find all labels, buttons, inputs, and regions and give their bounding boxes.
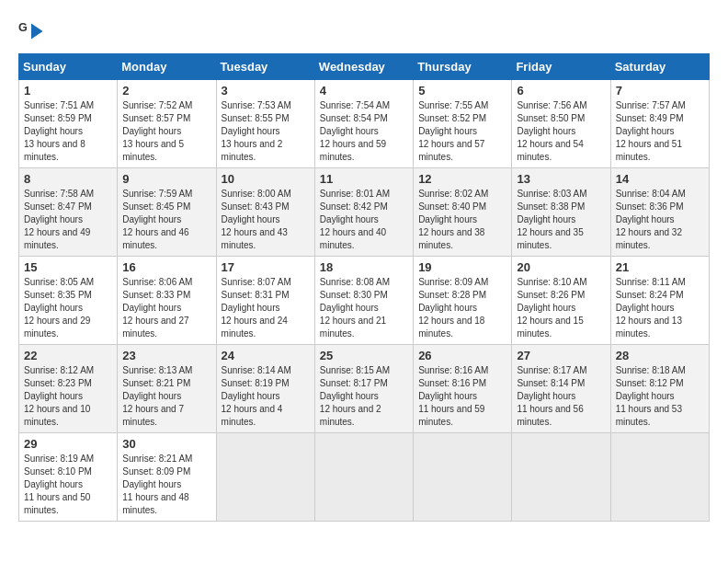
day-number: 1 [24,84,112,98]
header-thursday: Thursday [414,54,512,80]
day-info: Sunrise: 8:11 AM Sunset: 8:24 PM Dayligh… [616,276,704,340]
day-info: Sunrise: 8:16 AM Sunset: 8:16 PM Dayligh… [418,364,506,429]
calendar-cell: 11 Sunrise: 8:01 AM Sunset: 8:42 PM Dayl… [314,168,413,257]
calendar-cell [216,433,314,522]
day-info: Sunrise: 8:05 AM Sunset: 8:35 PM Dayligh… [24,276,112,340]
calendar-table: SundayMondayTuesdayWednesdayThursdayFrid… [18,53,710,522]
logo-icon: G [18,18,44,44]
calendar-cell: 7 Sunrise: 7:57 AM Sunset: 8:49 PM Dayli… [610,80,709,168]
day-number: 29 [24,437,112,451]
calendar-cell: 18 Sunrise: 8:08 AM Sunset: 8:30 PM Dayl… [314,257,413,345]
day-info: Sunrise: 8:12 AM Sunset: 8:23 PM Dayligh… [24,364,112,429]
day-info: Sunrise: 7:53 AM Sunset: 8:55 PM Dayligh… [222,99,310,164]
calendar-cell: 23 Sunrise: 8:13 AM Sunset: 8:21 PM Dayl… [118,345,216,433]
day-info: Sunrise: 8:04 AM Sunset: 8:36 PM Dayligh… [616,188,704,252]
day-number: 2 [122,84,210,98]
svg-marker-1 [31,24,43,40]
day-number: 13 [517,172,605,186]
calendar-cell: 10 Sunrise: 8:00 AM Sunset: 8:43 PM Dayl… [216,168,314,257]
day-number: 26 [418,349,506,362]
calendar-cell: 16 Sunrise: 8:06 AM Sunset: 8:33 PM Dayl… [118,257,216,345]
day-number: 5 [418,84,506,98]
day-number: 9 [122,172,210,186]
calendar-cell: 27 Sunrise: 8:17 AM Sunset: 8:14 PM Dayl… [512,345,610,433]
calendar-cell: 6 Sunrise: 7:56 AM Sunset: 8:50 PM Dayli… [512,80,610,168]
calendar-cell: 26 Sunrise: 8:16 AM Sunset: 8:16 PM Dayl… [414,345,512,433]
day-number: 14 [616,172,704,186]
day-info: Sunrise: 8:06 AM Sunset: 8:33 PM Dayligh… [122,276,210,340]
calendar-cell: 9 Sunrise: 7:59 AM Sunset: 8:45 PM Dayli… [118,168,216,257]
calendar-cell [314,433,413,522]
day-info: Sunrise: 8:17 AM Sunset: 8:14 PM Dayligh… [517,364,605,429]
day-info: Sunrise: 8:00 AM Sunset: 8:43 PM Dayligh… [222,188,310,252]
day-info: Sunrise: 8:14 AM Sunset: 8:19 PM Dayligh… [222,364,310,429]
calendar-cell: 14 Sunrise: 8:04 AM Sunset: 8:36 PM Dayl… [610,168,709,257]
day-info: Sunrise: 8:01 AM Sunset: 8:42 PM Dayligh… [320,188,408,252]
calendar-week-2: 8 Sunrise: 7:58 AM Sunset: 8:47 PM Dayli… [19,168,710,257]
calendar-cell: 19 Sunrise: 8:09 AM Sunset: 8:28 PM Dayl… [414,257,512,345]
day-number: 17 [222,260,310,274]
calendar-cell: 21 Sunrise: 8:11 AM Sunset: 8:24 PM Dayl… [610,257,709,345]
calendar-cell [414,433,512,522]
day-info: Sunrise: 8:10 AM Sunset: 8:26 PM Dayligh… [517,276,605,340]
day-number: 30 [122,437,210,451]
header-saturday: Saturday [610,54,709,80]
day-number: 7 [616,84,704,98]
day-number: 28 [616,349,704,362]
calendar-cell: 15 Sunrise: 8:05 AM Sunset: 8:35 PM Dayl… [19,257,118,345]
calendar-cell: 24 Sunrise: 8:14 AM Sunset: 8:19 PM Dayl… [216,345,314,433]
day-info: Sunrise: 8:09 AM Sunset: 8:28 PM Dayligh… [418,276,506,340]
calendar-cell: 5 Sunrise: 7:55 AM Sunset: 8:52 PM Dayli… [414,80,512,168]
header-wednesday: Wednesday [314,54,413,80]
day-info: Sunrise: 8:18 AM Sunset: 8:12 PM Dayligh… [616,364,704,429]
calendar-cell: 12 Sunrise: 8:02 AM Sunset: 8:40 PM Dayl… [414,168,512,257]
calendar-week-4: 22 Sunrise: 8:12 AM Sunset: 8:23 PM Dayl… [19,345,710,433]
calendar-cell [512,433,610,522]
day-number: 20 [517,260,605,274]
calendar-body: 1 Sunrise: 7:51 AM Sunset: 8:59 PM Dayli… [19,80,710,522]
header-monday: Monday [118,54,216,80]
day-info: Sunrise: 7:57 AM Sunset: 8:49 PM Dayligh… [616,99,704,164]
day-number: 6 [517,84,605,98]
day-info: Sunrise: 7:55 AM Sunset: 8:52 PM Dayligh… [418,99,506,164]
calendar-header-row: SundayMondayTuesdayWednesdayThursdayFrid… [19,54,710,80]
day-number: 16 [122,260,210,274]
day-number: 12 [418,172,506,186]
day-info: Sunrise: 7:58 AM Sunset: 8:47 PM Dayligh… [24,188,112,252]
calendar-cell: 29 Sunrise: 8:19 AM Sunset: 8:10 PM Dayl… [19,433,118,522]
calendar-cell: 17 Sunrise: 8:07 AM Sunset: 8:31 PM Dayl… [216,257,314,345]
calendar-cell [610,433,709,522]
day-info: Sunrise: 8:15 AM Sunset: 8:17 PM Dayligh… [320,364,408,429]
day-number: 4 [320,84,408,98]
day-number: 27 [517,349,605,362]
calendar-week-3: 15 Sunrise: 8:05 AM Sunset: 8:35 PM Dayl… [19,257,710,345]
day-number: 3 [222,84,310,98]
day-info: Sunrise: 7:54 AM Sunset: 8:54 PM Dayligh… [320,99,408,164]
header-sunday: Sunday [19,54,118,80]
calendar-week-1: 1 Sunrise: 7:51 AM Sunset: 8:59 PM Dayli… [19,80,710,168]
calendar-cell: 4 Sunrise: 7:54 AM Sunset: 8:54 PM Dayli… [314,80,413,168]
day-info: Sunrise: 7:51 AM Sunset: 8:59 PM Dayligh… [24,99,112,164]
calendar-cell: 20 Sunrise: 8:10 AM Sunset: 8:26 PM Dayl… [512,257,610,345]
page-header: G [18,18,710,44]
day-number: 19 [418,260,506,274]
calendar-cell: 25 Sunrise: 8:15 AM Sunset: 8:17 PM Dayl… [314,345,413,433]
calendar-cell: 30 Sunrise: 8:21 AM Sunset: 8:09 PM Dayl… [118,433,216,522]
svg-text:G: G [18,21,28,34]
day-info: Sunrise: 8:19 AM Sunset: 8:10 PM Dayligh… [24,453,112,517]
day-info: Sunrise: 8:08 AM Sunset: 8:30 PM Dayligh… [320,276,408,340]
day-number: 18 [320,260,408,274]
day-number: 15 [24,260,112,274]
calendar-cell: 28 Sunrise: 8:18 AM Sunset: 8:12 PM Dayl… [610,345,709,433]
header-friday: Friday [512,54,610,80]
day-number: 8 [24,172,112,186]
day-number: 25 [320,349,408,362]
calendar-cell: 3 Sunrise: 7:53 AM Sunset: 8:55 PM Dayli… [216,80,314,168]
header-tuesday: Tuesday [216,54,314,80]
day-number: 24 [222,349,310,362]
day-info: Sunrise: 8:02 AM Sunset: 8:40 PM Dayligh… [418,188,506,252]
calendar-cell: 1 Sunrise: 7:51 AM Sunset: 8:59 PM Dayli… [19,80,118,168]
day-number: 11 [320,172,408,186]
day-info: Sunrise: 8:21 AM Sunset: 8:09 PM Dayligh… [122,453,210,517]
calendar-week-5: 29 Sunrise: 8:19 AM Sunset: 8:10 PM Dayl… [19,433,710,522]
